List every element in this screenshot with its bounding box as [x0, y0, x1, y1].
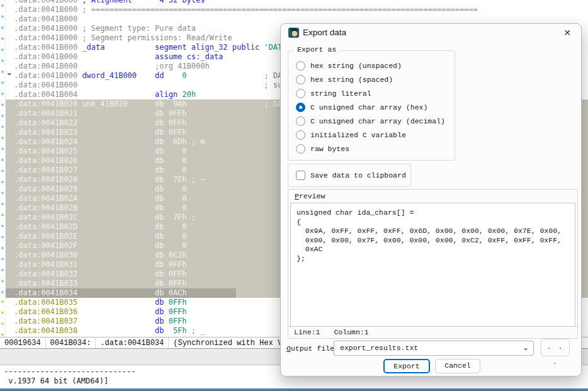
radio-label[interactable]: hex string (spaced) — [310, 76, 393, 84]
output-file-value: export_results.txt — [340, 344, 418, 352]
radio-icon[interactable] — [296, 75, 305, 84]
status-segment: .data:0041B034 — [96, 337, 169, 348]
margin-strip[interactable] — [0, 0, 6, 337]
ida-app-icon — [288, 28, 299, 38]
radio-label[interactable]: initialized C variable — [310, 131, 406, 139]
chevron-down-icon[interactable]: ⌄ — [523, 343, 529, 352]
preview-label: Preview — [295, 192, 325, 200]
preview-code-line: }; — [297, 254, 569, 264]
margin-dots-yellow-icon — [0, 296, 6, 337]
preview-code-line: 0x00, 0x00, 0x7F, 0x00, 0x00, 0x00, 0xC2… — [297, 236, 569, 246]
radio-icon[interactable] — [296, 144, 305, 154]
radio-label[interactable]: string literal — [310, 89, 371, 98]
save-to-clipboard-label[interactable]: Save data to clipboard — [310, 171, 406, 179]
cancel-button[interactable]: Cancel — [435, 359, 480, 373]
radio-option-hex-string-spaced[interactable]: hex string (spaced) — [288, 73, 455, 87]
radio-label[interactable]: C unsigned char array (decimal) — [310, 117, 445, 125]
disasm-line[interactable]: .data:0041B000 ; =======================… — [6, 5, 588, 14]
radio-option-raw-bytes[interactable]: raw bytes — [288, 142, 455, 156]
radio-label[interactable]: C unsigned char array (hex) — [310, 103, 427, 111]
preview-code-line: unsigned char ida_chars[] = — [297, 208, 569, 218]
close-icon[interactable]: ✕ — [562, 27, 573, 38]
ida-window: .data:0041B000 ; Alignment 4 32 bytes.da… — [0, 0, 588, 391]
dialog-title: Export data — [303, 28, 346, 37]
radio-label[interactable]: raw bytes — [310, 145, 349, 153]
line-indicator: Line:1 — [294, 328, 320, 336]
disasm-line[interactable]: .data:0041B000 — [6, 14, 588, 24]
margin-dots-blue-icon — [0, 0, 6, 296]
preview-code-line: 0x9A, 0xFF, 0xFF, 0xFF, 0x6D, 0x00, 0x00… — [297, 227, 569, 236]
radio-icon[interactable] — [296, 116, 305, 126]
output-file-label: Output file — [286, 344, 334, 353]
radio-icon[interactable] — [296, 61, 305, 71]
bottom-strip — [0, 388, 588, 391]
preview-status-bar: Line:1 Column:1 — [289, 326, 577, 337]
radio-icon[interactable] — [296, 89, 305, 98]
clipboard-group: Save data to clipboard — [288, 164, 411, 187]
save-to-clipboard-checkbox[interactable] — [296, 171, 305, 180]
output-file-combobox[interactable]: export_results.txt ⌄ — [334, 341, 534, 356]
export-as-group: Export as hex string (unspaced)hex strin… — [288, 50, 455, 161]
radio-option-c-unsigned-char-array-decimal[interactable]: C unsigned char array (decimal) — [288, 115, 455, 128]
radio-option-hex-string-unspaced[interactable]: hex string (unspaced) — [288, 59, 455, 73]
browse-button[interactable]: . . . — [541, 339, 570, 356]
export-as-label: Export as — [294, 45, 339, 54]
radio-selected-icon[interactable] — [296, 103, 305, 112]
radio-option-c-unsigned-char-array-hex[interactable]: C unsigned char array (hex) — [288, 101, 455, 115]
dialog-title-bar[interactable]: Export data ✕ — [281, 24, 581, 42]
radio-icon[interactable] — [296, 130, 305, 140]
output-line: v.1937 64 bit (AMD64)] — [4, 377, 588, 386]
radio-option-string-literal[interactable]: string literal — [288, 87, 455, 101]
preview-editor[interactable]: unsigned char ida_chars[] ={ 0x9A, 0xFF,… — [290, 203, 575, 327]
preview-code-line: 0xAC — [297, 245, 569, 254]
preview-group: Preview unsigned char ida_chars[] ={ 0x9… — [288, 189, 578, 339]
fold-arrow-icon[interactable]: ⌄ — [6, 69, 12, 76]
export-data-dialog: Export data ✕ Export as hex string (unsp… — [280, 23, 582, 377]
radio-option-initialized-c-variable[interactable]: initialized C variable — [288, 128, 455, 142]
disasm-line[interactable]: .data:0041B000 ; Alignment 4 32 bytes — [6, 0, 588, 5]
column-indicator: Column:1 — [334, 328, 368, 336]
preview-code-line: { — [297, 218, 569, 227]
status-segment: 00019634 — [0, 337, 46, 348]
export-button[interactable]: Export — [383, 359, 430, 373]
radio-label[interactable]: hex string (unspaced) — [310, 62, 402, 70]
status-segment: 0041B034: — [46, 337, 96, 348]
